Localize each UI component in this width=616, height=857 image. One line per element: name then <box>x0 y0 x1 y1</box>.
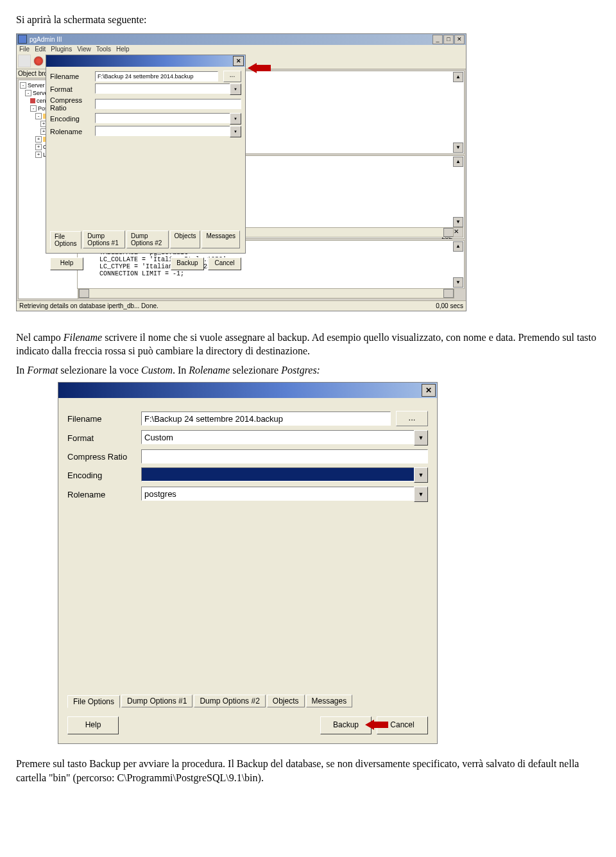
filename-input[interactable] <box>141 411 391 426</box>
app-title: pgAdmin III <box>30 36 62 43</box>
scroll-down-icon[interactable]: ▼ <box>453 277 463 288</box>
dialog-titlebar: ✕ <box>58 383 437 398</box>
rolename-dropdown[interactable] <box>95 126 230 136</box>
grip-icon: ✕ <box>453 227 463 238</box>
intro-text: Si aprirà la schermata seguente: <box>16 13 600 27</box>
cancel-button[interactable]: Cancel <box>208 257 241 270</box>
filename-label: Filename <box>50 73 95 80</box>
menu-file[interactable]: File <box>19 46 30 53</box>
tab-file-options[interactable]: File Options <box>50 231 81 249</box>
menu-edit[interactable]: Edit <box>35 46 46 53</box>
tab-file-options[interactable]: File Options <box>67 695 120 708</box>
browse-button[interactable]: ... <box>223 71 241 82</box>
backup-dialog-large: ✕ Filename ... Format ▼ Compress Ratio E… <box>58 382 438 744</box>
para1: Nel campo Filename scrivere il nome che … <box>16 331 600 358</box>
close-icon[interactable]: ✕ <box>422 384 436 397</box>
para3: Premere sul tasto Backup per avviare la … <box>16 757 600 784</box>
toolbar-btn-red-icon[interactable] <box>33 56 44 66</box>
compress-input[interactable] <box>141 449 428 463</box>
format-dropdown[interactable] <box>95 83 230 94</box>
app-icon <box>18 35 27 44</box>
filename-input[interactable] <box>95 71 218 82</box>
rolename-label: Rolename <box>50 128 95 135</box>
tab-dump1[interactable]: Dump Options #1 <box>83 230 125 248</box>
tab-dump2[interactable]: Dump Options #2 <box>126 230 169 248</box>
format-label: Format <box>50 85 95 93</box>
browse-button[interactable]: ... <box>396 411 428 426</box>
tab-objects[interactable]: Objects <box>267 695 305 707</box>
minimize-button[interactable]: _ <box>432 35 443 44</box>
chevron-down-icon[interactable]: ▼ <box>414 430 428 446</box>
encoding-label: Encoding <box>67 471 141 480</box>
tab-messages[interactable]: Messages <box>201 230 240 248</box>
menu-help[interactable]: Help <box>116 46 130 53</box>
filename-label: Filename <box>67 414 141 424</box>
chevron-down-icon[interactable]: ▼ <box>230 83 241 95</box>
scroll-up-icon[interactable]: ▲ <box>453 157 463 167</box>
compress-label: Compress Ratio <box>67 452 141 462</box>
tab-messages[interactable]: Messages <box>306 695 353 707</box>
tab-dump1[interactable]: Dump Options #1 <box>121 695 193 707</box>
red-arrow-icon <box>248 63 273 73</box>
backup-button[interactable]: Backup <box>171 257 204 270</box>
compress-label: Compress Ratio <box>50 96 95 112</box>
red-arrow-icon <box>365 720 391 730</box>
para2: In Format selezionare la voce Custom. In… <box>16 363 600 377</box>
compress-input[interactable] <box>95 99 241 109</box>
close-icon[interactable]: ✕ <box>233 56 244 66</box>
menubar: File Edit Plugins View Tools Help <box>17 45 466 53</box>
rolename-dropdown[interactable] <box>141 487 415 501</box>
menu-view[interactable]: View <box>77 46 91 53</box>
chevron-down-icon[interactable]: ▼ <box>230 113 241 125</box>
encoding-dropdown[interactable] <box>141 467 415 481</box>
backup-dialog: ✕ Filename ... Format ▼ Compress Ratio <box>46 55 246 254</box>
toolbar-btn[interactable] <box>18 55 31 67</box>
format-label: Format <box>67 433 141 443</box>
chevron-down-icon[interactable]: ▼ <box>230 126 241 137</box>
scroll-down-icon[interactable]: ▼ <box>453 217 463 227</box>
maximize-button[interactable]: □ <box>443 35 454 44</box>
scroll-up-icon[interactable]: ▲ <box>453 72 463 82</box>
scrollbar-h[interactable] <box>78 288 454 299</box>
backup-button[interactable]: Backup <box>320 716 372 734</box>
close-button[interactable]: ✕ <box>454 35 465 44</box>
tab-dump2[interactable]: Dump Options #2 <box>194 695 265 707</box>
pgadmin-window: pgAdmin III _ □ ✕ File Edit Plugins View… <box>16 33 466 311</box>
encoding-dropdown[interactable] <box>95 113 230 123</box>
menu-tools[interactable]: Tools <box>96 46 111 53</box>
titlebar: pgAdmin III _ □ ✕ <box>17 34 466 45</box>
tab-objects[interactable]: Objects <box>170 230 201 248</box>
help-button[interactable]: Help <box>50 257 83 270</box>
rolename-label: Rolename <box>67 490 141 499</box>
help-button[interactable]: Help <box>67 716 119 734</box>
format-dropdown[interactable] <box>141 430 415 444</box>
dialog-titlebar: ✕ <box>46 55 245 67</box>
scroll-up-icon[interactable]: ▲ <box>453 241 463 252</box>
chevron-down-icon[interactable]: ▼ <box>414 467 428 483</box>
chevron-down-icon[interactable]: ▼ <box>414 487 428 502</box>
encoding-label: Encoding <box>50 115 95 123</box>
status-time: 0,00 secs <box>436 302 463 309</box>
scroll-down-icon[interactable]: ▼ <box>453 143 463 153</box>
menu-plugins[interactable]: Plugins <box>51 46 72 53</box>
